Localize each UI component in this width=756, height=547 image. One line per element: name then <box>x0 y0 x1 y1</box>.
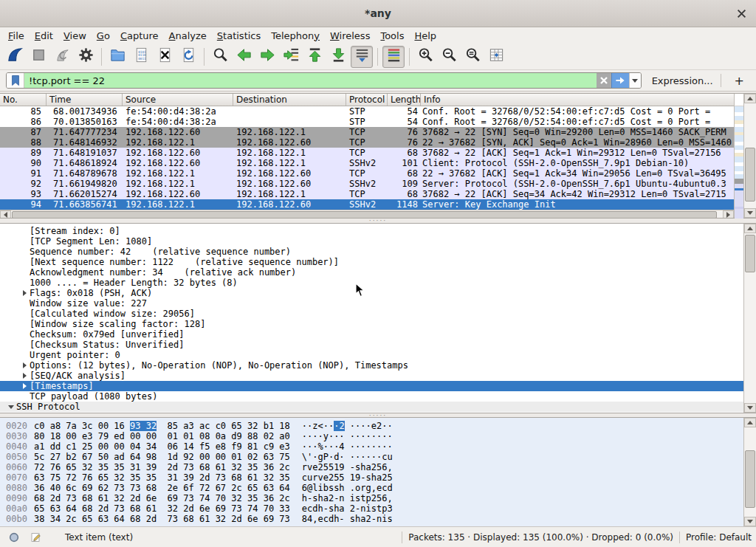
detail-row[interactable]: Acknowledgment number: 34 (relative ack … <box>0 267 756 278</box>
column-header-source[interactable]: Source <box>123 94 233 106</box>
packet-row-88[interactable]: 8871.648146932192.168.122.1192.168.122.6… <box>0 137 734 148</box>
collapse-arrow-icon[interactable] <box>6 405 16 409</box>
bytes-vscrollbar[interactable] <box>743 418 756 526</box>
vscroll-track[interactable] <box>744 103 756 208</box>
detail-row[interactable]: [Timestamps] <box>0 381 756 391</box>
bytes-scroll-track[interactable] <box>744 427 756 517</box>
filter-clear-icon[interactable] <box>597 73 611 88</box>
menu-view[interactable]: View <box>58 29 92 43</box>
filter-apply-icon[interactable] <box>611 73 629 88</box>
filter-bookmark-icon[interactable] <box>7 73 24 88</box>
capture-comment-icon[interactable] <box>28 531 44 544</box>
go-last-button[interactable] <box>327 46 349 68</box>
detail-row[interactable]: [TCP Segment Len: 1080] <box>0 236 756 247</box>
hscroll-track[interactable] <box>11 210 723 218</box>
packet-row-85[interactable]: 8568.001734936fe:54:00:d4:38:2aSTP54Conf… <box>0 106 734 117</box>
colorize-button[interactable] <box>382 46 405 68</box>
filter-history-dropdown[interactable] <box>629 73 641 88</box>
hex-row[interactable]: 00a065 63 64 68 2d 73 68 61 32 2d 6e 69 … <box>0 503 756 514</box>
column-header-destination[interactable]: Destination <box>233 94 346 106</box>
detail-row[interactable]: Checksum: 0x79ed [unverified] <box>0 329 756 340</box>
menu-help[interactable]: Help <box>409 29 441 43</box>
packet-list-minimap[interactable] <box>734 94 743 218</box>
hscroll-thumb[interactable] <box>12 211 717 218</box>
file-close-button[interactable] <box>154 46 176 68</box>
file-open-button[interactable] <box>106 46 128 68</box>
packet-row-94[interactable]: 9471.663856741192.168.122.1192.168.122.6… <box>0 199 734 210</box>
hex-row[interactable]: 003080 18 00 e3 79 ed 00 00 01 01 08 0a … <box>0 431 756 441</box>
detail-row[interactable]: Options: (12 bytes), No-Operation (NOP),… <box>0 360 756 371</box>
expert-info-icon[interactable] <box>6 531 22 544</box>
detail-row[interactable]: [SEQ/ACK analysis] <box>0 371 756 381</box>
capture-start-button[interactable] <box>4 46 26 68</box>
scroll-up-icon[interactable] <box>744 94 756 103</box>
menu-edit[interactable]: Edit <box>30 29 58 43</box>
column-header-info[interactable]: Info <box>421 94 734 106</box>
hex-row[interactable]: 00b038 34 2c 65 63 64 68 2d 73 68 61 32 … <box>0 514 756 524</box>
scroll-down-icon[interactable] <box>744 208 756 218</box>
column-header-time[interactable]: Time <box>47 94 123 106</box>
hex-row[interactable]: 009068 2d 73 68 61 32 2d 6e 69 73 74 70 … <box>0 493 756 503</box>
detail-row[interactable]: Flags: 0x018 (PSH, ACK) <box>0 288 756 298</box>
hex-row[interactable]: 0040a1 dd c1 25 00 00 04 34 06 14 f5 e8 … <box>0 441 756 452</box>
bytes-scroll-thumb[interactable] <box>745 450 755 507</box>
packet-row-93[interactable]: 9371.662015274192.168.122.60192.168.122.… <box>0 189 734 199</box>
packet-row-89[interactable]: 8971.648191037192.168.122.60192.168.122.… <box>0 148 734 158</box>
detail-row[interactable]: Urgent pointer: 0 <box>0 350 756 360</box>
close-window-icon[interactable] <box>734 6 749 21</box>
detail-row[interactable]: SSH Protocol <box>0 402 756 412</box>
column-header-protocol[interactable]: Protocol <box>346 94 388 106</box>
menu-tools[interactable]: Tools <box>375 29 409 43</box>
detail-scroll-track[interactable] <box>744 233 756 403</box>
detail-scroll-thumb[interactable] <box>745 235 755 272</box>
expand-arrow-icon[interactable] <box>19 290 30 296</box>
auto-scroll-button[interactable] <box>351 46 373 68</box>
menu-wireless[interactable]: Wireless <box>325 29 375 43</box>
find-button[interactable] <box>209 46 231 68</box>
zoom-in-button[interactable] <box>414 46 436 68</box>
packet-list-hscrollbar[interactable] <box>0 210 734 218</box>
zoom-original-button[interactable] <box>461 46 484 68</box>
status-profile[interactable]: Profile: Default <box>686 532 752 543</box>
menu-file[interactable]: File <box>3 29 30 43</box>
go-forward-button[interactable] <box>256 46 278 68</box>
file-save-button[interactable]: 010101100011 <box>130 46 152 68</box>
hex-row[interactable]: 00505c 27 b2 67 50 ad 64 98 1d 92 00 00 … <box>0 452 756 462</box>
capture-restart-button[interactable] <box>51 46 73 68</box>
packet-row-87[interactable]: 8771.647777234192.168.122.60192.168.122.… <box>0 127 734 137</box>
detail-row[interactable]: [Next sequence number: 1122 (relative se… <box>0 257 756 267</box>
packet-row-90[interactable]: 9071.648618924192.168.122.60192.168.122.… <box>0 158 734 168</box>
capture-stop-button[interactable] <box>27 46 49 68</box>
go-first-button[interactable] <box>303 46 326 68</box>
scroll-down-icon[interactable] <box>744 517 756 526</box>
hex-row[interactable]: 007063 75 72 76 65 32 35 35 31 39 2d 73 … <box>0 472 756 483</box>
expand-arrow-icon[interactable] <box>19 362 30 368</box>
scroll-right-icon[interactable] <box>723 210 734 218</box>
detail-row[interactable]: SSH Version 2 (encryption:chacha20-poly1… <box>0 412 756 413</box>
resize-columns-button[interactable] <box>485 46 507 68</box>
menu-telephony[interactable]: Telephony <box>266 29 325 43</box>
detail-row[interactable]: [Stream index: 0] <box>0 226 756 236</box>
vscroll-thumb[interactable] <box>745 148 755 202</box>
hex-row[interactable]: 008036 40 6c 69 62 73 73 68 2e 6f 72 67 … <box>0 483 756 493</box>
column-header-no[interactable]: No. <box>0 94 47 106</box>
detail-row[interactable]: Sequence number: 42 (relative sequence n… <box>0 247 756 257</box>
detail-row[interactable]: [Window size scaling factor: 128] <box>0 319 756 329</box>
display-filter-input[interactable]: !tcp.port == 22 <box>24 73 597 88</box>
packet-list-vscrollbar[interactable] <box>743 94 756 218</box>
column-header-length[interactable]: Length <box>388 94 421 106</box>
expression-button[interactable]: Expression... <box>652 75 713 86</box>
menu-analyze[interactable]: Analyze <box>164 29 212 43</box>
file-reload-button[interactable] <box>177 46 199 68</box>
detail-row[interactable]: Window size value: 227 <box>0 298 756 309</box>
hex-row[interactable]: 0020c0 a8 7a 3c 00 16 93 32 85 a3 ac c0 … <box>0 421 756 431</box>
go-to-packet-button[interactable] <box>280 46 302 68</box>
scroll-left-icon[interactable] <box>0 210 11 218</box>
detail-row[interactable]: [Checksum Status: Unverified] <box>0 340 756 350</box>
scroll-up-icon[interactable] <box>744 224 756 233</box>
packet-row-91[interactable]: 9171.648789678192.168.122.1192.168.122.6… <box>0 168 734 179</box>
hex-row[interactable]: 006072 76 65 32 35 35 31 39 2d 73 68 61 … <box>0 462 756 472</box>
scroll-up-icon[interactable] <box>744 418 756 427</box>
detail-row[interactable]: [Calculated window size: 29056] <box>0 309 756 319</box>
add-filter-button[interactable]: + <box>729 74 750 88</box>
